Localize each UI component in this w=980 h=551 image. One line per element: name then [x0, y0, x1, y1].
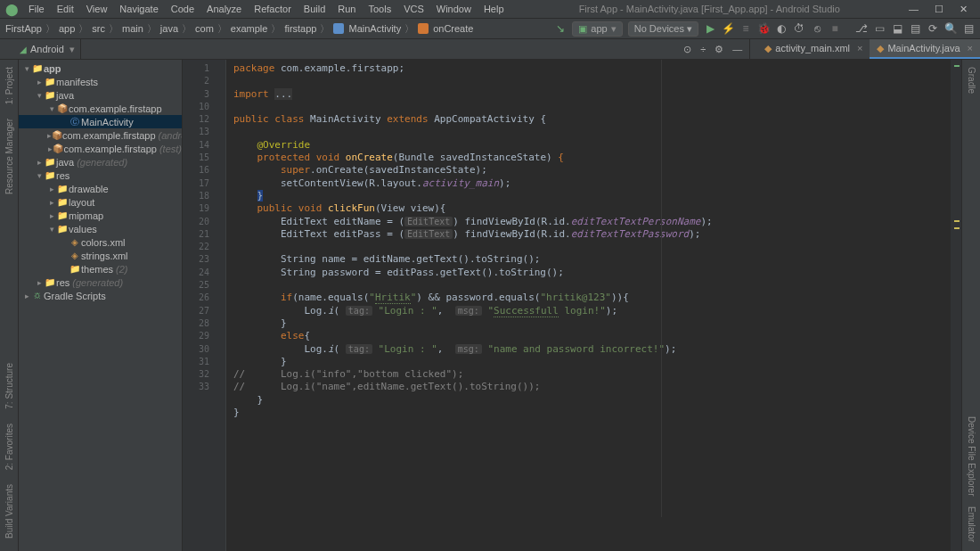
- tree-node[interactable]: ▸📦com.example.firstapp(androidTest): [19, 128, 182, 142]
- git-icon[interactable]: ⎇: [855, 22, 868, 35]
- menu-bar: ⬤ FileEditViewNavigateCodeAnalyzeRefacto…: [0, 0, 980, 19]
- editor-tab[interactable]: ◆activity_main.xml×: [757, 39, 870, 59]
- structure-icon[interactable]: ▤: [909, 22, 921, 35]
- notifications-icon[interactable]: ▤: [962, 22, 975, 35]
- menu-view[interactable]: View: [80, 4, 114, 14]
- project-tree[interactable]: ▾📁app▸📁manifests▾📁java▾📦com.example.firs…: [19, 60, 183, 551]
- menu-edit[interactable]: Edit: [51, 4, 80, 14]
- updates-icon[interactable]: ⟳: [927, 22, 939, 35]
- right-tool-strip: Gradle Device File Explorer Emulator: [961, 60, 980, 551]
- project-view-dropdown[interactable]: ◢ Android ▾: [0, 39, 81, 59]
- error-stripe[interactable]: [951, 60, 961, 551]
- hide-icon[interactable]: —: [732, 44, 742, 54]
- minimize-icon[interactable]: —: [909, 4, 919, 15]
- menu-code[interactable]: Code: [165, 4, 200, 14]
- tree-node[interactable]: ▾📦com.example.firstapp: [19, 102, 182, 115]
- close-tab-icon[interactable]: ×: [857, 43, 862, 53]
- editor-toolbar: ◢ Android ▾ ⊙ ÷ ⚙ — ◆activity_main.xml×◆…: [0, 39, 980, 60]
- sync-icon[interactable]: ↘: [554, 22, 567, 35]
- tool-structure[interactable]: 7: Structure: [4, 359, 14, 413]
- tree-node[interactable]: ▸📁layout: [19, 195, 182, 209]
- tool-device-explorer[interactable]: Device File Explorer: [967, 413, 976, 499]
- menu-navigate[interactable]: Navigate: [113, 4, 164, 14]
- tree-node[interactable]: ▸📁java(generated): [19, 155, 182, 169]
- avd-icon[interactable]: ▭: [873, 22, 886, 35]
- menu-analyze[interactable]: Analyze: [200, 4, 248, 14]
- menu-file[interactable]: File: [22, 4, 51, 14]
- close-tab-icon[interactable]: ×: [968, 43, 973, 53]
- breadcrumb-item[interactable]: main: [122, 23, 143, 34]
- breadcrumb-item[interactable]: onCreate: [433, 23, 473, 34]
- editor-tabs: ◆activity_main.xml×◆MainActivity.java×: [750, 39, 980, 59]
- menu-help[interactable]: Help: [478, 4, 510, 14]
- menu-tools[interactable]: Tools: [362, 4, 397, 14]
- breadcrumb-item[interactable]: java: [160, 23, 178, 34]
- tree-node[interactable]: ▸📁res(generated): [19, 276, 182, 289]
- breadcrumb-item[interactable]: app: [59, 23, 75, 34]
- tree-node[interactable]: ◈strings.xml: [19, 249, 182, 262]
- tool-project[interactable]: 1: Project: [4, 63, 14, 108]
- sdk-icon[interactable]: ⬓: [891, 22, 903, 35]
- window-title: First App - MainActivity.java [First_App…: [510, 4, 909, 14]
- apply-code-icon[interactable]: ≡: [739, 22, 752, 35]
- collapse-icon[interactable]: ÷: [700, 44, 706, 54]
- target-icon[interactable]: ⊙: [683, 44, 691, 55]
- tree-node[interactable]: ▾📁values: [19, 222, 182, 235]
- settings-icon[interactable]: ⚙: [715, 44, 723, 55]
- tree-node[interactable]: ▸⛭Gradle Scripts: [19, 289, 182, 302]
- tree-node[interactable]: 📁themes(2): [19, 262, 182, 276]
- gutter-fold[interactable]: [215, 60, 226, 551]
- app-logo-icon: ⬤: [5, 3, 19, 16]
- breadcrumb-item[interactable]: com: [195, 23, 214, 34]
- tree-node[interactable]: ⒸMainActivity: [19, 115, 182, 128]
- menu-window[interactable]: Window: [430, 4, 478, 14]
- tool-resource-manager[interactable]: Resource Manager: [4, 115, 14, 198]
- left-tool-strip: 1: Project Resource Manager 7: Structure…: [0, 60, 19, 551]
- tree-node[interactable]: ▸📦com.example.firstapp(test): [19, 142, 182, 155]
- debug-icon[interactable]: 🐞: [757, 22, 770, 35]
- tool-emulator[interactable]: Emulator: [967, 503, 976, 546]
- code-area[interactable]: package com.example.firstapp; import ...…: [226, 60, 951, 551]
- maximize-icon[interactable]: ☐: [935, 4, 943, 15]
- tool-favorites[interactable]: 2: Favorites: [4, 420, 14, 473]
- breadcrumb[interactable]: FirstApp〉app〉src〉main〉java〉com〉example〉f…: [5, 22, 473, 36]
- breadcrumb-item[interactable]: FirstApp: [5, 23, 42, 34]
- menu-build[interactable]: Build: [298, 4, 331, 14]
- menu-refactor[interactable]: Refactor: [248, 4, 298, 14]
- close-icon[interactable]: ✕: [960, 4, 968, 15]
- tool-build-variants[interactable]: Build Variants: [4, 481, 14, 542]
- coverage-icon[interactable]: ◐: [775, 22, 788, 35]
- run-icon[interactable]: ▶: [704, 22, 716, 35]
- tree-node[interactable]: ▾📁app: [19, 62, 182, 75]
- tree-node[interactable]: ▸📁mipmap: [19, 209, 182, 222]
- profile-icon[interactable]: ⏱: [793, 22, 805, 35]
- tool-gradle[interactable]: Gradle: [967, 63, 976, 97]
- breadcrumb-item[interactable]: MainActivity: [348, 23, 401, 34]
- breadcrumb-item[interactable]: src: [92, 23, 105, 34]
- menu-vcs[interactable]: VCS: [397, 4, 430, 14]
- menu-run[interactable]: Run: [331, 4, 362, 14]
- tree-node[interactable]: ▸📁drawable: [19, 182, 182, 195]
- breadcrumb-item[interactable]: example: [231, 23, 268, 34]
- apply-changes-icon[interactable]: ⚡: [722, 22, 734, 35]
- breadcrumb-item[interactable]: firstapp: [284, 23, 316, 34]
- tree-node[interactable]: ▾📁java: [19, 88, 182, 102]
- editor-tab[interactable]: ◆MainActivity.java×: [870, 39, 980, 59]
- tree-node[interactable]: ▾📁res: [19, 169, 182, 182]
- nav-bar: FirstApp〉app〉src〉main〉java〉com〉example〉f…: [0, 19, 980, 39]
- gutter-line-numbers: 1231012131415161718192021222324252627282…: [183, 60, 215, 551]
- stop-icon[interactable]: ■: [829, 22, 841, 35]
- search-icon[interactable]: 🔍: [944, 22, 957, 35]
- tree-node[interactable]: ◈colors.xml: [19, 235, 182, 249]
- tree-node[interactable]: ▸📁manifests: [19, 75, 182, 88]
- run-config-dropdown[interactable]: ▣app▾: [572, 21, 622, 37]
- code-editor[interactable]: 1231012131415161718192021222324252627282…: [183, 60, 961, 551]
- device-dropdown[interactable]: No Devices ▾: [628, 21, 698, 37]
- attach-icon[interactable]: ⎋: [811, 22, 823, 35]
